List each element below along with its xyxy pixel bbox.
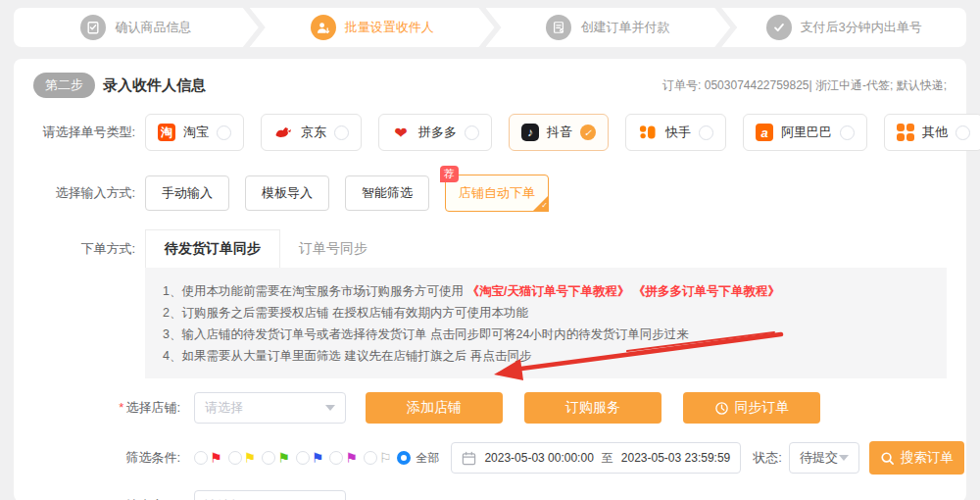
- radio-unchecked-icon: [465, 125, 479, 140]
- shop-select[interactable]: 请选择: [194, 392, 346, 424]
- radio-unchecked-icon: [699, 125, 713, 140]
- tab-pending-shipment-sync[interactable]: 待发货订单同步: [145, 229, 280, 268]
- platform-taobao[interactable]: 淘 淘宝: [145, 114, 244, 151]
- order-info-text: 订单号: 0503074422759825| 浙江中通-代签; 默认快递;: [662, 77, 947, 94]
- order-mode-tabs: 待发货订单同步 订单号同步: [145, 229, 386, 268]
- kuaishou-icon: [638, 124, 658, 141]
- platform-other[interactable]: 其他: [884, 114, 980, 151]
- clock-icon: [714, 401, 729, 416]
- shop-select-row: *选择店铺: 请选择 添加店铺 订购服务 同步订单: [33, 392, 947, 424]
- calendar-icon: [462, 451, 476, 466]
- step-tracking-number[interactable]: 支付后3分钟内出单号: [721, 8, 966, 47]
- page-title: 录入收件人信息: [103, 76, 206, 95]
- sync-orders-button[interactable]: 同步订单: [683, 392, 820, 424]
- platform-pinduoduo[interactable]: 拼多多: [378, 114, 492, 151]
- date-from-value: 2023-05-03 00:00:00: [484, 451, 593, 465]
- product-search-row: 搜索商品: 请选择: [33, 490, 947, 500]
- date-to-value: 2023-05-03 23:59:59: [621, 451, 730, 465]
- yellow-flag-icon: ⚑: [244, 451, 257, 465]
- radio-unchecked-icon: [296, 451, 310, 465]
- pinduoduo-icon: [391, 124, 411, 141]
- flag-option-green[interactable]: ⚑: [262, 451, 290, 465]
- flag-option-blue[interactable]: ⚑: [296, 451, 324, 465]
- user-arrow-icon: [311, 15, 336, 40]
- platform-row-label: 请选择单号类型:: [33, 124, 135, 141]
- recommend-badge: 荐: [440, 166, 459, 182]
- status-select[interactable]: 待提交: [789, 442, 859, 474]
- filter-row: 筛选条件: ⚑ ⚑ ⚑ ⚑ ⚑ ⚐ 全部 2023-05-03 00:00:00…: [33, 441, 947, 475]
- shop-select-label: *选择店铺:: [33, 399, 180, 417]
- date-range-picker[interactable]: 2023-05-03 00:00:00 至 2023-05-03 23:59:5…: [451, 442, 741, 474]
- flag-option-all[interactable]: 全部: [397, 450, 439, 467]
- douyin-icon: [521, 124, 539, 141]
- radio-unchecked-icon: [194, 451, 208, 465]
- platform-list: 淘 淘宝 京东 拼多多 抖音: [145, 114, 980, 151]
- taobao-icon: 淘: [158, 124, 175, 141]
- blue-flag-icon: ⚑: [312, 451, 324, 465]
- shop-auto-order-label: 店铺自动下单: [459, 184, 535, 202]
- platform-alibaba[interactable]: a 阿里巴巴: [743, 114, 867, 151]
- platform-jd[interactable]: 京东: [261, 114, 362, 151]
- step-label: 确认商品信息: [115, 19, 191, 36]
- step-label: 批量设置收件人: [345, 19, 434, 36]
- instruction-line-3: 3、输入店铺的待发货订单号或者选择待发货订单 点击同步即可将24小时内的待发货订…: [163, 324, 929, 345]
- green-flag-icon: ⚑: [277, 451, 290, 465]
- platform-douyin[interactable]: 抖音: [509, 114, 609, 151]
- purple-flag-icon: ⚑: [345, 451, 358, 465]
- search-icon: [880, 451, 895, 466]
- date-separator: 至: [602, 450, 613, 467]
- platform-type-row: 请选择单号类型: 淘 淘宝 京东 拼多多 抖音: [33, 114, 947, 151]
- search-orders-button[interactable]: 搜索订单: [869, 441, 964, 475]
- clipboard-check-icon: [80, 15, 106, 40]
- radio-unchecked-icon: [334, 125, 349, 140]
- add-shop-button[interactable]: 添加店铺: [366, 392, 503, 424]
- subscribe-service-button[interactable]: 订购服务: [524, 392, 662, 424]
- instruction-line-1: 1、使用本功能前需要在淘宝服务市场订购服务方可使用 《淘宝/天猫订单号下单教程》…: [163, 280, 929, 302]
- order-mode-row: 下单方式: 待发货订单同步 订单号同步: [33, 229, 947, 268]
- radio-checked-icon: [397, 451, 411, 465]
- input-method-label: 选择输入方式:: [33, 184, 135, 202]
- corner-check-icon: [532, 195, 549, 212]
- pdd-tutorial-link[interactable]: 《拼多多订单号下单教程》: [633, 284, 780, 298]
- product-select[interactable]: 请选择: [194, 490, 346, 500]
- instruction-line-2: 2、订购服务之后需要授权店铺 在授权店铺有效期内方可使用本功能: [163, 302, 929, 324]
- step-label: 支付后3分钟内出单号: [801, 19, 922, 36]
- instructions-box: 1、使用本功能前需要在淘宝服务市场订购服务方可使用 《淘宝/天猫订单号下单教程》…: [145, 268, 947, 378]
- template-import-button[interactable]: 模板导入: [245, 175, 329, 211]
- flag-option-red[interactable]: ⚑: [194, 451, 222, 465]
- radio-unchecked-icon: [329, 451, 343, 465]
- radio-unchecked-icon: [228, 451, 242, 465]
- manual-input-button[interactable]: 手动输入: [145, 175, 229, 211]
- main-card: 第二步 录入收件人信息 订单号: 0503074422759825| 浙江中通-…: [14, 59, 966, 500]
- flag-filter-group: ⚑ ⚑ ⚑ ⚑ ⚑ ⚐ 全部: [194, 450, 439, 467]
- red-flag-icon: ⚑: [210, 451, 222, 465]
- selected-check-icon: [580, 125, 596, 140]
- radio-unchecked-icon: [262, 451, 275, 465]
- chevron-down-icon: [325, 405, 335, 411]
- radio-unchecked-icon: [840, 125, 855, 140]
- smart-filter-button[interactable]: 智能筛选: [345, 175, 429, 211]
- chevron-down-icon: [839, 455, 849, 461]
- filter-label: 筛选条件:: [33, 449, 180, 467]
- step-create-order-pay[interactable]: 创建订单并付款: [486, 8, 731, 47]
- instruction-line-4: 4、如果需要从大量订单里面筛选 建议先在店铺打旗之后 再点击同步: [163, 345, 929, 367]
- platform-kuaishou[interactable]: 快手: [625, 114, 726, 151]
- order-document-icon: [546, 15, 571, 40]
- tab-order-number-sync[interactable]: 订单号同步: [280, 230, 386, 268]
- shop-auto-order-button[interactable]: 荐 店铺自动下单: [445, 175, 549, 212]
- step-badge: 第二步: [33, 73, 95, 98]
- step-batch-set-recipients[interactable]: 批量设置收件人: [250, 8, 495, 47]
- other-icon: [897, 124, 914, 141]
- step-confirm-product-info[interactable]: 确认商品信息: [14, 8, 259, 47]
- status-label: 状态:: [753, 449, 782, 467]
- flag-option-purple[interactable]: ⚑: [329, 451, 358, 465]
- gray-flag-icon: ⚐: [379, 451, 392, 465]
- flag-option-yellow[interactable]: ⚑: [228, 451, 257, 465]
- radio-unchecked-icon: [956, 125, 970, 140]
- jd-icon: [273, 124, 293, 141]
- required-mark: *: [119, 400, 123, 415]
- taobao-tutorial-link[interactable]: 《淘宝/天猫订单号下单教程》: [466, 284, 629, 298]
- flag-option-gray[interactable]: ⚐: [364, 451, 392, 465]
- progress-stepper: 确认商品信息 批量设置收件人 创建订单并付款 支付后3分钟内出单号: [14, 8, 966, 47]
- order-mode-label: 下单方式:: [33, 240, 135, 268]
